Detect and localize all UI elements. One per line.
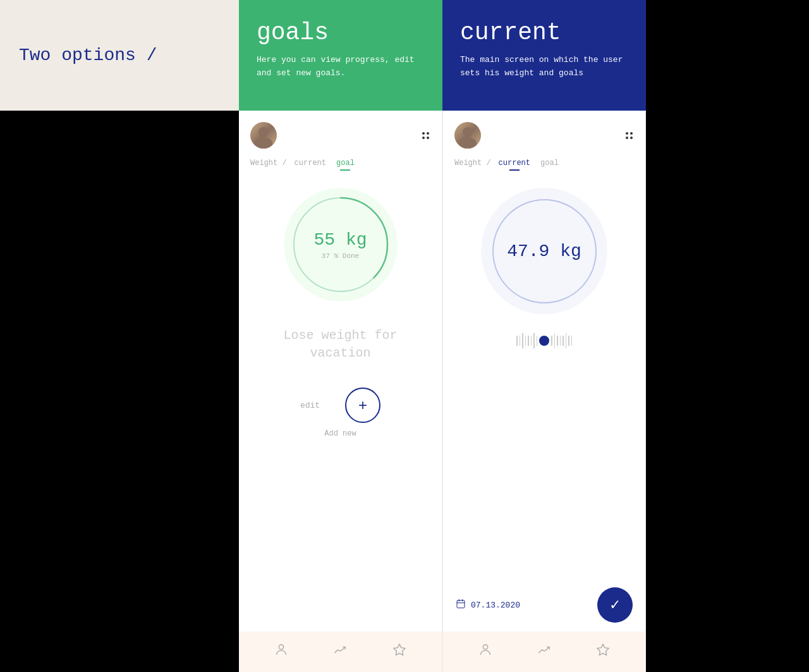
goals-header-panel: goals Here you can view progress, edit a…	[239, 0, 442, 111]
tick	[516, 336, 518, 346]
goals-progress-svg	[284, 188, 398, 302]
tab-goal-goals[interactable]: goal	[334, 157, 357, 169]
current-weight-value: 47.9 kg	[507, 241, 581, 261]
tick	[520, 336, 521, 346]
confirm-button[interactable]: ✓	[597, 587, 633, 623]
weight-slider-area[interactable]	[443, 327, 645, 361]
tick	[522, 333, 523, 348]
tick	[566, 333, 567, 348]
goals-weight-tabs: Weight / current goal	[239, 155, 442, 169]
current-chart-nav-icon[interactable]	[537, 643, 551, 661]
svg-point-7	[483, 645, 487, 649]
current-description: The main screen on which the user sets h…	[460, 54, 628, 80]
tick	[551, 336, 552, 346]
svg-point-0	[294, 198, 387, 291]
current-star-nav-icon[interactable]	[596, 643, 610, 661]
svg-marker-2	[394, 644, 405, 655]
add-new-label: Add new	[239, 429, 442, 448]
tick	[525, 336, 526, 346]
current-date: 07.13.2020	[471, 601, 520, 610]
goals-circle-outer: 55 kg 37 % Done	[284, 188, 398, 302]
current-weight-label: Weight /	[454, 159, 491, 168]
chart-nav-icon[interactable]	[333, 643, 347, 661]
tick	[560, 336, 561, 346]
tick	[563, 336, 564, 346]
tick	[554, 333, 556, 348]
header-left-panel: Two options /	[0, 0, 239, 111]
goals-phone-card: Weight / current goal 55 kg 37 % Done Lo…	[239, 111, 442, 672]
goals-weight-label: Weight /	[250, 159, 287, 168]
more-options-icon[interactable]	[422, 132, 429, 139]
profile-nav-icon[interactable]	[274, 643, 288, 661]
current-profile-nav-icon[interactable]	[478, 643, 492, 661]
calendar-icon	[456, 599, 466, 611]
tick	[533, 333, 535, 348]
current-circle-outer: 47.9 kg	[481, 188, 607, 314]
spacer-right	[646, 111, 809, 672]
tab-current-current[interactable]: current	[496, 157, 533, 169]
tab-current-goals[interactable]: current	[292, 157, 329, 169]
svg-marker-8	[597, 644, 609, 655]
bottom-left-black	[0, 111, 239, 672]
avatar-image	[250, 122, 277, 149]
plus-icon: +	[358, 396, 367, 414]
svg-point-1	[279, 645, 283, 649]
top-right-black	[646, 0, 809, 111]
tab-goal-current[interactable]: goal	[538, 157, 561, 169]
current-circle-ring: 47.9 kg	[492, 199, 597, 303]
edit-button[interactable]: edit	[300, 401, 320, 410]
add-new-button[interactable]: +	[345, 388, 380, 423]
tick	[557, 336, 558, 346]
slider-thumb[interactable]	[539, 336, 549, 346]
spacer	[239, 448, 442, 632]
goals-description: Here you can view progress, edit and set…	[257, 54, 425, 80]
goals-heading: goals	[257, 19, 425, 46]
current-phone-card: Weight / current goal 47.9 kg	[442, 111, 646, 672]
current-bottom-row: 07.13.2020 ✓	[443, 578, 645, 632]
current-avatar-image	[454, 122, 481, 149]
avatar	[250, 122, 277, 149]
tick	[531, 336, 532, 346]
goals-actions: edit +	[239, 375, 442, 429]
spacer	[443, 361, 645, 578]
check-icon: ✓	[609, 597, 621, 613]
current-header-panel: current The main screen on which the use…	[442, 0, 646, 111]
page-title: Two options /	[19, 46, 157, 65]
current-avatar	[454, 122, 481, 149]
current-bottom-nav	[443, 632, 645, 672]
current-more-options-icon[interactable]	[626, 132, 633, 139]
goals-phone-header	[239, 111, 442, 155]
svg-rect-3	[457, 601, 465, 608]
star-nav-icon[interactable]	[392, 643, 406, 661]
tick	[571, 336, 573, 346]
current-weight-tabs: Weight / current goal	[443, 155, 645, 169]
goals-goal-text: Lose weight for vacation	[239, 314, 442, 375]
goals-circle-area: 55 kg 37 % Done	[239, 169, 442, 314]
goals-bottom-nav	[239, 632, 442, 672]
current-phone-header	[443, 111, 645, 155]
tick	[568, 336, 569, 346]
date-area: 07.13.2020	[456, 599, 520, 611]
current-heading: current	[460, 19, 628, 46]
slider-track[interactable]	[458, 333, 630, 348]
tick	[537, 336, 538, 346]
current-circle-area: 47.9 kg	[443, 169, 645, 327]
tick	[528, 336, 529, 346]
